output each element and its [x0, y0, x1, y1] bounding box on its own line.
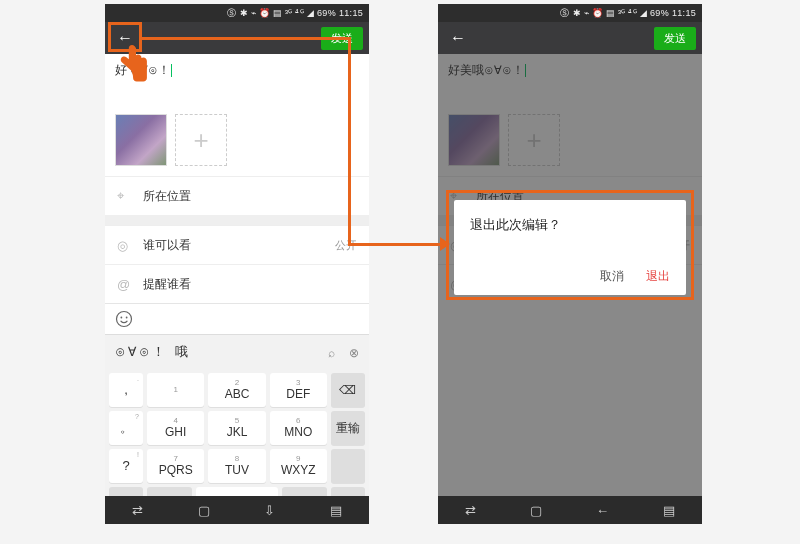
- svg-point-2: [126, 317, 128, 319]
- dialog-exit-button[interactable]: 退出: [646, 268, 670, 285]
- dialog-cancel-button[interactable]: 取消: [600, 268, 624, 285]
- key-8-tuv[interactable]: 8TUV: [208, 449, 265, 483]
- svg-point-0: [117, 312, 132, 327]
- row-location-label: 所在位置: [143, 188, 357, 205]
- key-6-mno[interactable]: 6MNO: [270, 411, 327, 445]
- back-button[interactable]: ←: [444, 27, 472, 49]
- status-battery: 69%: [317, 8, 336, 18]
- annotation-arrow: [142, 37, 350, 40]
- phone-right: Ⓢ ✱ ⌁ ⏰ ▤ ³ᴳ ⁴ᴳ ◢ 69% 11:15 ← 发送 好美哦⊙∀⊙！…: [438, 4, 702, 524]
- search-icon[interactable]: ⌕: [328, 346, 335, 360]
- close-icon[interactable]: ⊗: [349, 346, 359, 360]
- key-comma[interactable]: .,: [109, 373, 143, 407]
- key-period[interactable]: ?。: [109, 411, 143, 445]
- status-icons: Ⓢ ✱ ⌁ ⏰ ▤ ³ᴳ ⁴ᴳ ◢: [560, 7, 647, 20]
- nav-home-icon[interactable]: ▢: [198, 503, 210, 518]
- suggestion-text[interactable]: ⊙∀⊙！ 哦: [115, 343, 191, 361]
- key-4-ghi[interactable]: 4GHI: [147, 411, 204, 445]
- status-bar: Ⓢ ✱ ⌁ ⏰ ▤ ³ᴳ ⁴ᴳ ◢ 69% 11:15: [105, 4, 369, 22]
- key-reinput[interactable]: 重输: [331, 411, 365, 445]
- row-mention[interactable]: @ 提醒谁看: [105, 264, 369, 303]
- user-icon: ◎: [117, 238, 137, 253]
- android-nav-bar: ⇄ ▢ ⇩ ▤: [105, 496, 369, 524]
- mention-icon: @: [117, 277, 137, 292]
- annotation-arrowhead: [440, 237, 450, 251]
- key-backspace[interactable]: ⌫: [331, 373, 365, 407]
- row-location[interactable]: ⌖ 所在位置: [105, 176, 369, 215]
- nav-home-icon[interactable]: ▢: [530, 503, 542, 518]
- exit-dialog: 退出此次编辑？ 取消 退出: [454, 200, 686, 295]
- key-5-jkl[interactable]: 5JKL: [208, 411, 265, 445]
- key-2-abc[interactable]: 2ABC: [208, 373, 265, 407]
- key-9-wxyz[interactable]: 9WXYZ: [270, 449, 327, 483]
- status-icons: Ⓢ ✱ ⌁ ⏰ ▤ ³ᴳ ⁴ᴳ ◢: [227, 7, 314, 20]
- key-1[interactable]: 1: [147, 373, 204, 407]
- row-visibility-label: 谁可以看: [143, 237, 335, 254]
- photo-row: +: [105, 110, 369, 176]
- dialog-message: 退出此次编辑？: [470, 216, 670, 234]
- status-time: 11:15: [339, 8, 363, 18]
- svg-point-1: [120, 317, 122, 319]
- key-7-pqrs[interactable]: 7PQRS: [147, 449, 204, 483]
- nav-recent-icon[interactable]: ⇄: [465, 503, 476, 518]
- send-button[interactable]: 发送: [654, 27, 696, 50]
- emoji-icon: [115, 310, 133, 328]
- add-photo-button[interactable]: +: [175, 114, 227, 166]
- annotation-arrow: [348, 37, 351, 245]
- nav-recent-icon[interactable]: ⇄: [132, 503, 143, 518]
- key-3-def[interactable]: 3DEF: [270, 373, 327, 407]
- annotation-arrow: [348, 243, 444, 246]
- title-bar: ← 发送: [438, 22, 702, 54]
- status-battery: 69%: [650, 8, 669, 18]
- nav-back-icon[interactable]: ←: [596, 503, 609, 518]
- row-visibility[interactable]: ◎ 谁可以看 公开: [105, 225, 369, 264]
- nav-down-icon[interactable]: ⇩: [264, 503, 275, 518]
- row-mention-label: 提醒谁看: [143, 276, 357, 293]
- nav-panel-icon[interactable]: ▤: [663, 503, 675, 518]
- status-bar: Ⓢ ✱ ⌁ ⏰ ▤ ³ᴳ ⁴ᴳ ◢ 69% 11:15: [438, 4, 702, 22]
- suggestion-bar[interactable]: ⊙∀⊙！ 哦 ⌕ ⊗: [105, 334, 369, 369]
- key-blank[interactable]: [331, 449, 365, 483]
- location-pin-icon: ⌖: [117, 188, 137, 204]
- android-nav-bar: ⇄ ▢ ← ▤: [438, 496, 702, 524]
- emoji-bar[interactable]: [105, 303, 369, 334]
- nav-panel-icon[interactable]: ▤: [330, 503, 342, 518]
- photo-thumbnail[interactable]: [115, 114, 167, 166]
- status-time: 11:15: [672, 8, 696, 18]
- tap-pointer-icon: [114, 42, 150, 82]
- key-question[interactable]: !?: [109, 449, 143, 483]
